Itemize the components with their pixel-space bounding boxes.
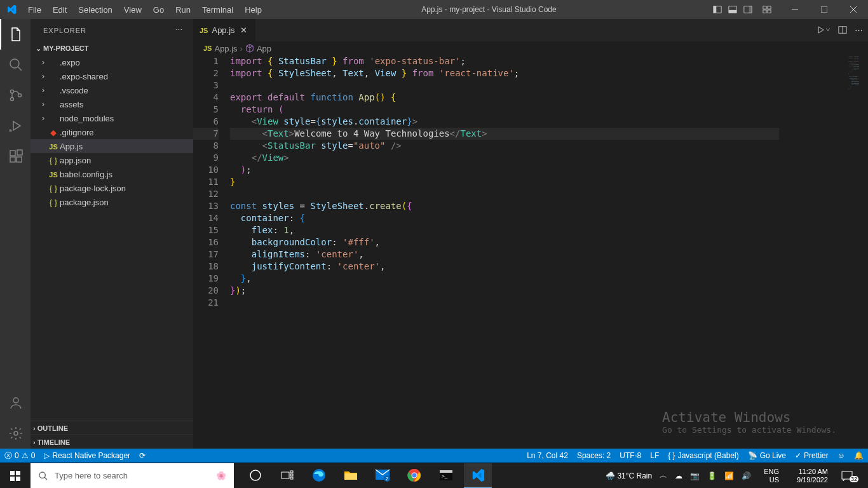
project-root[interactable]: ⌄ MY-PROJECT	[31, 41, 193, 55]
toggle-primary-sidebar-icon[interactable]	[710, 3, 724, 17]
more-actions-icon[interactable]: ⋯	[855, 25, 863, 35]
folder-expo-shared[interactable]: ›.expo-shared	[31, 69, 193, 83]
status-prettier[interactable]: ✓Prettier	[790, 449, 833, 463]
file-babel-config-js[interactable]: JSbabel.config.js	[31, 167, 193, 181]
toggle-panel-icon[interactable]	[726, 3, 740, 17]
split-editor-icon[interactable]	[838, 25, 847, 35]
onedrive-icon[interactable]: ☁	[672, 463, 686, 489]
svg-rect-48	[440, 470, 452, 473]
status-golive[interactable]: 📡Go Live	[743, 449, 790, 463]
chevron-right-icon: ›	[240, 44, 243, 53]
file-package-lock-json[interactable]: { }package-lock.json	[31, 181, 193, 195]
status-bell[interactable]: 🔔	[850, 449, 868, 463]
task-view-icon[interactable]	[273, 463, 301, 489]
start-button[interactable]	[0, 463, 31, 489]
file-explorer-icon[interactable]	[337, 463, 365, 489]
minimap[interactable]: import { StatusBar } from 'expo-status-b…	[783, 55, 859, 449]
menu-run[interactable]: Run	[170, 0, 196, 19]
edge-icon[interactable]	[305, 463, 333, 489]
folder-expo[interactable]: ›.expo	[31, 55, 193, 69]
folder-node_modules[interactable]: ›node_modules	[31, 111, 193, 125]
js-file-icon: JS	[49, 143, 57, 151]
svg-rect-35	[281, 472, 289, 478]
weather-widget[interactable]: 🌧️ 31°C Rain	[602, 463, 655, 489]
status-spaces[interactable]: Spaces: 2	[573, 449, 615, 463]
svg-line-33	[44, 477, 47, 480]
bell-icon: 🔔	[854, 451, 864, 460]
wifi-icon[interactable]: 📶	[721, 463, 737, 489]
svg-line-15	[18, 67, 22, 71]
status-feedback[interactable]: ☺	[833, 449, 850, 463]
code-editor[interactable]: 123456789101112131415161718192021 import…	[193, 55, 868, 449]
menu-edit[interactable]: Edit	[47, 0, 72, 19]
meet-now-icon[interactable]: 📷	[687, 463, 703, 489]
search-placeholder: Type here to search	[55, 471, 128, 480]
taskbar-search[interactable]: Type here to search 🌸	[31, 463, 234, 489]
maximize-button[interactable]	[810, 0, 839, 19]
svg-rect-21	[10, 157, 15, 162]
accounts-activity[interactable]	[0, 388, 31, 418]
minimize-button[interactable]	[780, 0, 810, 19]
breadcrumb[interactable]: JS App.js › App	[193, 41, 868, 55]
status-language[interactable]: { }Javascript (Babel)	[663, 449, 743, 463]
svg-rect-28	[10, 471, 15, 475]
svg-point-16	[11, 90, 14, 93]
battery-icon[interactable]: 🔋	[704, 463, 720, 489]
menu-file[interactable]: File	[22, 0, 47, 19]
menu-view[interactable]: View	[118, 0, 147, 19]
close-icon[interactable]: ✕	[239, 25, 249, 36]
menu-go[interactable]: Go	[147, 0, 170, 19]
settings-activity[interactable]	[0, 418, 31, 449]
tray-chevron-icon[interactable]: ︿	[656, 463, 670, 489]
svg-rect-37	[290, 474, 293, 476]
menu-terminal[interactable]: Terminal	[196, 0, 239, 19]
section-outline[interactable]: › OUTLINE	[31, 421, 193, 435]
file-app-json[interactable]: { }app.json	[31, 153, 193, 167]
source-control-activity[interactable]	[0, 80, 31, 111]
file--gitignore[interactable]: ◆.gitignore	[31, 125, 193, 139]
menu-bar: FileEditSelectionViewGoRunTerminalHelp	[22, 0, 268, 19]
sidebar-more-icon[interactable]: ⋯	[175, 26, 183, 34]
extensions-activity[interactable]	[0, 141, 31, 172]
clock[interactable]: 11:20 AM9/19/2022	[789, 463, 836, 489]
tab-app-js[interactable]: JS App.js ✕	[193, 19, 256, 41]
menu-help[interactable]: Help	[239, 0, 268, 19]
svg-rect-22	[17, 157, 22, 162]
svg-point-34	[250, 470, 261, 480]
status-errors[interactable]: ⓧ0 ⚠0	[0, 449, 39, 463]
svg-rect-29	[16, 471, 20, 475]
svg-rect-36	[290, 471, 293, 473]
section-timeline[interactable]: › TIMELINE	[31, 435, 193, 449]
chevron-down-icon: ⌄	[33, 44, 43, 53]
explorer-activity[interactable]	[0, 19, 31, 50]
run-dropdown-icon[interactable]	[817, 25, 831, 35]
vscode-taskbar-icon[interactable]	[464, 463, 492, 489]
folder-assets[interactable]: ›assets	[31, 97, 193, 111]
file-package-json[interactable]: { }package.json	[31, 195, 193, 209]
toggle-secondary-sidebar-icon[interactable]	[741, 3, 755, 17]
status-sync[interactable]: ⟳	[135, 449, 150, 463]
status-encoding[interactable]: UTF-8	[615, 449, 646, 463]
language-indicator[interactable]: ENGUS	[756, 463, 787, 489]
status-packager[interactable]: ▷React Native Packager	[39, 449, 135, 463]
file-App-js[interactable]: JSApp.js	[31, 139, 193, 153]
terminal-icon[interactable]: >_	[432, 463, 460, 489]
svg-point-17	[11, 98, 14, 101]
customize-layout-icon[interactable]	[760, 3, 774, 17]
status-eol[interactable]: LF	[646, 449, 663, 463]
svg-rect-11	[821, 6, 827, 13]
volume-icon[interactable]: 🔊	[738, 463, 754, 489]
run-debug-activity[interactable]	[0, 111, 31, 141]
close-button[interactable]	[839, 0, 868, 19]
folder-vscode[interactable]: ›.vscode	[31, 83, 193, 97]
notifications-icon[interactable]: 32	[837, 463, 865, 489]
status-position[interactable]: Ln 7, Col 42	[522, 449, 573, 463]
svg-rect-6	[763, 6, 766, 9]
chevron-right-icon: ›	[39, 58, 47, 67]
chrome-icon[interactable]	[400, 463, 428, 489]
mail-icon[interactable]: 2	[369, 463, 397, 489]
search-activity[interactable]	[0, 50, 31, 80]
search-decoration-icon: 🌸	[216, 471, 226, 480]
menu-selection[interactable]: Selection	[72, 0, 118, 19]
cortana-icon[interactable]	[241, 463, 269, 489]
